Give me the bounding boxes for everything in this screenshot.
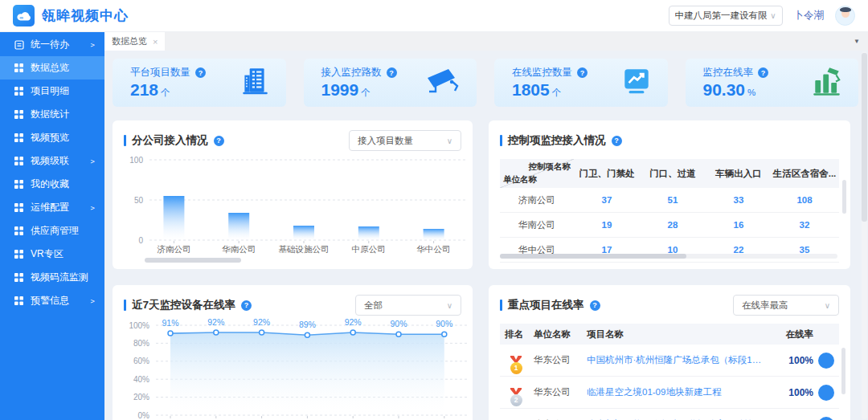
cell-value[interactable]: 51 bbox=[640, 188, 706, 212]
online-rate-filter-select[interactable]: 全部 ∨ bbox=[355, 295, 461, 316]
cell-value[interactable]: 32 bbox=[772, 213, 837, 237]
tab-data-overview[interactable]: 数据总览 × bbox=[104, 32, 165, 51]
avatar[interactable] bbox=[835, 6, 855, 26]
chevron-right-icon: > bbox=[91, 41, 95, 49]
help-icon[interactable]: ? bbox=[195, 67, 206, 78]
select-value: 接入项目数量 bbox=[358, 135, 413, 147]
project-link[interactable]: 中国杭州市·杭州恒隆广场总承包（标段1）工程 bbox=[587, 354, 772, 366]
sidebar-item-6[interactable]: 视频级联> bbox=[0, 149, 104, 173]
username[interactable]: 卜令潮 bbox=[794, 9, 825, 22]
stat-label: 平台项目数量? bbox=[130, 66, 206, 80]
help-icon[interactable]: ? bbox=[612, 136, 622, 146]
sidebar-item-2[interactable]: 数据总览 bbox=[0, 56, 104, 80]
panel-key-projects: 重点项目在线率 ? 在线率最高 ∨ 排名单位名称项目名称在线率 1华东公司中国杭… bbox=[489, 285, 850, 420]
table-body: 1华东公司中国杭州市·杭州恒隆广场总承包（标段1）工程100%2华东公司临港星空… bbox=[500, 345, 839, 420]
panel-title: 控制项监控接入情况 ? bbox=[500, 133, 622, 148]
company-select[interactable]: 中建八局第一建设有限公司 ∨ bbox=[669, 6, 783, 26]
key-projects-sort-select[interactable]: 在线率最高 ∨ bbox=[733, 295, 839, 316]
sidebar-item-8[interactable]: 运维配置> bbox=[0, 196, 104, 219]
stat-info: 接入监控路数?1999个 bbox=[321, 66, 397, 99]
stat-unit: 个 bbox=[161, 88, 170, 97]
panel-head: 分公司接入情况 ? 接入项目数量 ∨ bbox=[124, 130, 461, 151]
company-select-value: 中建八局第一建设有限公司 bbox=[675, 10, 768, 22]
svg-text:华南公司: 华南公司 bbox=[222, 244, 256, 254]
horizontal-scrollbar-thumb[interactable] bbox=[145, 258, 241, 263]
grid-icon bbox=[14, 250, 24, 259]
stat-info: 在线监控数量?1805个 bbox=[512, 66, 588, 99]
stat-value: 90.30% bbox=[703, 80, 769, 99]
help-icon[interactable]: ? bbox=[577, 67, 588, 78]
stat-unit: 个 bbox=[552, 88, 562, 97]
sidebar-item-label: 统一待办 bbox=[31, 38, 91, 51]
svg-text:基础设施公司: 基础设施公司 bbox=[279, 244, 330, 254]
chevron-down-icon: ∨ bbox=[770, 11, 776, 20]
chevron-right-icon: > bbox=[91, 157, 95, 165]
branch-metric-select[interactable]: 接入项目数量 ∨ bbox=[349, 130, 461, 151]
unit-name: 济南公司 bbox=[500, 188, 574, 212]
vertical-scrollbar-thumb[interactable] bbox=[842, 180, 846, 214]
sidebar-item-12[interactable]: 预警信息> bbox=[0, 289, 104, 312]
cell-value[interactable]: 108 bbox=[772, 188, 837, 212]
cctv-camera-icon bbox=[425, 65, 462, 100]
stat-value: 1805个 bbox=[512, 80, 588, 99]
panel-online-rate: 近7天监控设备在线率 ? 全部 ∨ 0%20%40%60%80%100%91%9… bbox=[113, 285, 473, 420]
panel-title-text: 重点项目在线率 bbox=[508, 298, 584, 312]
stat-cards-row: 平台项目数量?218个接入监控路数?1999个在线监控数量?1805个监控在线率… bbox=[113, 59, 858, 107]
vertical-scrollbar-thumb[interactable] bbox=[841, 348, 845, 394]
sidebar-item-3[interactable]: 项目明细 bbox=[0, 80, 104, 103]
help-icon[interactable]: ? bbox=[387, 67, 397, 78]
svg-text:92%: 92% bbox=[207, 317, 224, 327]
help-icon[interactable]: ? bbox=[590, 300, 600, 311]
grid-icon bbox=[14, 157, 24, 166]
panel-branch-access: 分公司接入情况 ? 接入项目数量 ∨ 050100济南公司华南公司基础设施公司中… bbox=[113, 120, 473, 269]
sidebar-item-label: 视频预览 bbox=[31, 131, 95, 145]
horizontal-scrollbar-thumb[interactable] bbox=[500, 254, 686, 259]
cell-value[interactable]: 33 bbox=[706, 188, 772, 212]
branch-bar-chart: 050100济南公司华南公司基础设施公司中原公司华中公司 bbox=[113, 154, 473, 265]
sidebar-item-4[interactable]: 数据统计 bbox=[0, 103, 104, 126]
table-header-row: 控制项名称 单位名称 门卫、门禁处门口、过道车辆出入口生活区含宿舍... bbox=[500, 159, 839, 188]
svg-text:0: 0 bbox=[138, 236, 143, 245]
chevron-down-icon: ∨ bbox=[447, 301, 452, 310]
page-scrollbar-thumb[interactable] bbox=[862, 53, 867, 222]
grid-icon bbox=[14, 63, 24, 73]
stat-label: 在线监控数量? bbox=[512, 66, 588, 80]
title-bar-accent bbox=[124, 300, 126, 311]
svg-text:20%: 20% bbox=[133, 393, 149, 402]
table-row: 华南公司19281632 bbox=[500, 213, 839, 238]
tab-close-icon[interactable]: × bbox=[153, 37, 158, 47]
unit-name: 华南公司 bbox=[500, 213, 574, 237]
sidebar-item-9[interactable]: 供应商管理 bbox=[0, 219, 104, 243]
tab-bar: 数据总览 × ▼ bbox=[104, 32, 868, 51]
help-icon[interactable]: ? bbox=[758, 67, 768, 78]
corner-top-label: 控制项名称 bbox=[529, 161, 571, 173]
sidebar-item-11[interactable]: 视频码流监测 bbox=[0, 266, 104, 289]
svg-text:90%: 90% bbox=[390, 319, 407, 328]
cell-value[interactable]: 37 bbox=[574, 188, 640, 212]
panel-head: 近7天监控设备在线率 ? 全部 ∨ bbox=[124, 295, 461, 316]
sidebar-item-1[interactable]: 统一待办> bbox=[0, 33, 104, 56]
grid-icon bbox=[14, 226, 24, 236]
cell-value[interactable]: 28 bbox=[640, 213, 706, 237]
stat-card-1: 平台项目数量?218个 bbox=[113, 59, 286, 107]
svg-text:80%: 80% bbox=[133, 339, 149, 348]
chevron-right-icon: > bbox=[91, 297, 95, 305]
sidebar-item-label: 运维配置 bbox=[31, 201, 91, 214]
stat-value: 1999个 bbox=[321, 80, 397, 99]
sidebar-item-10[interactable]: VR专区 bbox=[0, 243, 104, 266]
rate-donut-icon bbox=[818, 353, 834, 369]
cell-value[interactable]: 19 bbox=[574, 213, 640, 237]
column-header: 车辆出入口 bbox=[706, 159, 772, 188]
project-link[interactable]: 临港星空之境01-09地块新建工程 bbox=[587, 386, 772, 398]
sidebar-item-5[interactable]: 视频预览 bbox=[0, 126, 104, 149]
sidebar-item-7[interactable]: 我的收藏 bbox=[0, 173, 104, 196]
topbar-right: 中建八局第一建设有限公司 ∨ 卜令潮 bbox=[669, 6, 856, 26]
cell-value[interactable]: 16 bbox=[706, 213, 772, 237]
sidebar-item-label: 项目明细 bbox=[31, 84, 95, 98]
help-icon[interactable]: ? bbox=[214, 136, 224, 146]
online-rate-value: 100% bbox=[788, 355, 813, 366]
help-icon[interactable]: ? bbox=[241, 300, 252, 311]
svg-text:50: 50 bbox=[134, 196, 144, 205]
tabbar-caret-icon[interactable]: ▼ bbox=[854, 38, 860, 45]
brand[interactable]: 瓴眸视频中心 bbox=[13, 5, 129, 27]
